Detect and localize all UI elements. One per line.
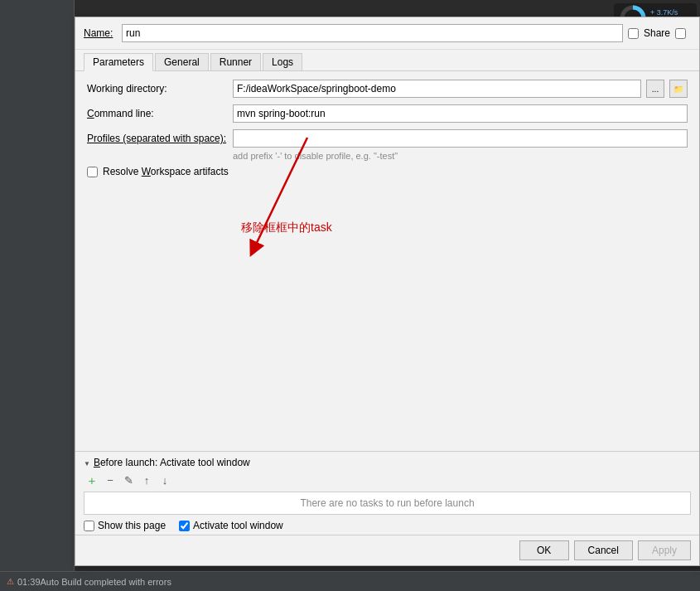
working-directory-folder-btn[interactable]: 📁	[669, 80, 688, 98]
apply-button[interactable]: Apply	[638, 540, 691, 560]
resolve-workspace-label: Resolve Workspace artifacts	[103, 166, 229, 177]
parameters-content: Working directory: ... 📁 Command line: P…	[75, 71, 699, 451]
activate-tool-label: Activate tool window	[193, 520, 283, 531]
profiles-hint: add prefix '-' to disable profile, e.g. …	[233, 151, 688, 161]
tab-runner[interactable]: Runner	[210, 53, 261, 70]
command-line-label: Command line:	[87, 108, 228, 119]
activate-tool-option: Activate tool window	[179, 520, 283, 531]
move-down-task-btn[interactable]: ↓	[157, 472, 173, 488]
add-task-btn[interactable]: +	[84, 472, 100, 488]
working-directory-label: Working directory:	[87, 83, 228, 94]
run-configuration-dialog: Name: Share Parameters General Runner Lo…	[75, 17, 700, 566]
tab-logs[interactable]: Logs	[263, 53, 302, 70]
working-directory-row: Working directory: ... 📁	[87, 80, 688, 98]
command-line-input[interactable]	[233, 104, 688, 123]
before-launch-header: Before launch: Activate tool window	[84, 457, 691, 468]
working-directory-browse-btn[interactable]: ...	[646, 80, 664, 98]
show-page-option: Show this page	[84, 520, 166, 531]
share-checkbox[interactable]	[628, 28, 639, 39]
profiles-row: Profiles (separated with space):	[87, 129, 688, 148]
annotation-text: 移除框框中的task	[241, 220, 332, 235]
resolve-workspace-row: Resolve Workspace artifacts	[87, 166, 688, 177]
move-up-task-btn[interactable]: ↑	[138, 472, 155, 488]
show-page-label: Show this page	[98, 520, 166, 531]
profiles-label: Profiles (separated with space):	[87, 133, 228, 144]
tab-bar: Parameters General Runner Logs	[75, 50, 699, 71]
working-directory-input[interactable]	[233, 80, 641, 98]
remove-task-btn[interactable]: −	[102, 472, 118, 488]
name-row: Name: Share	[75, 17, 699, 50]
before-launch-options: Show this page Activate tool window	[84, 520, 691, 531]
share-group: Share	[628, 27, 691, 39]
ide-sidebar	[0, 0, 75, 591]
ok-button[interactable]: OK	[519, 540, 569, 560]
command-line-row: Command line:	[87, 104, 688, 123]
bottom-bar-text: 01:39Auto Build completed with errors	[17, 577, 171, 587]
build-status-icon: ⚠	[7, 577, 14, 586]
empty-list-text: There are no tasks to run before launch	[300, 497, 474, 509]
profiles-input[interactable]	[233, 129, 688, 148]
name-input[interactable]	[122, 24, 623, 42]
before-launch-toolbar: + − ✎ ↑ ↓	[84, 472, 691, 488]
before-launch-task-list: There are no tasks to run before launch	[84, 492, 691, 515]
dialog-footer: OK Cancel Apply	[75, 535, 699, 565]
activate-tool-checkbox[interactable]	[179, 521, 190, 531]
resolve-workspace-checkbox[interactable]	[87, 167, 98, 177]
tab-parameters[interactable]: Parameters	[84, 53, 153, 71]
ide-bottom-bar: ⚠ 01:39Auto Build completed with errors	[0, 571, 700, 591]
cancel-button[interactable]: Cancel	[574, 540, 633, 560]
before-launch-title: Before launch: Activate tool window	[94, 457, 250, 468]
edit-task-btn[interactable]: ✎	[120, 472, 137, 488]
name-label: Name:	[84, 27, 117, 39]
tab-general[interactable]: General	[155, 53, 209, 70]
show-page-checkbox[interactable]	[84, 521, 94, 531]
share-label: Share	[644, 27, 670, 39]
single-instance-checkbox[interactable]	[675, 28, 686, 39]
before-launch-section: Before launch: Activate tool window + − …	[75, 451, 699, 535]
before-launch-chevron[interactable]	[84, 457, 90, 468]
